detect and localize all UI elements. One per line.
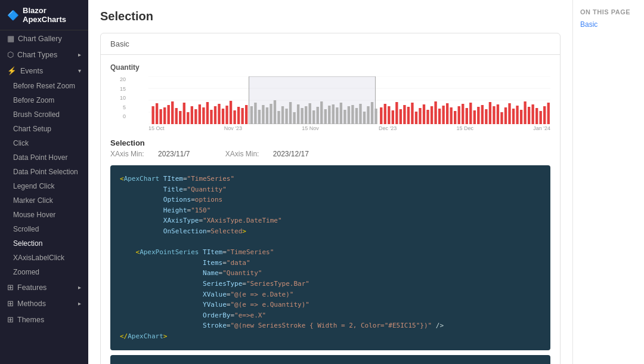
on-this-page-link-basic[interactable]: Basic — [580, 20, 637, 29]
sidebar-sub-before-zoom[interactable]: Before Zoom — [0, 93, 88, 107]
sidebar-item-chart-types[interactable]: ⬡ Chart Types ▸ — [0, 47, 88, 63]
svg-rect-78 — [438, 109, 441, 124]
sidebar-sub-data-point-selection[interactable]: Data Point Selection — [0, 165, 88, 179]
svg-rect-7 — [159, 109, 162, 124]
svg-rect-22 — [218, 104, 220, 124]
on-this-page-title: ON THIS PAGE — [580, 8, 637, 16]
code-line: Stroke="@(new SeriesStroke { Width = 2, … — [120, 320, 541, 331]
svg-rect-36 — [274, 100, 276, 124]
svg-rect-80 — [446, 103, 448, 124]
svg-rect-18 — [202, 107, 205, 124]
svg-rect-53 — [340, 103, 342, 124]
y-label-10: 10 — [110, 95, 126, 101]
svg-rect-82 — [454, 111, 456, 124]
svg-rect-46 — [312, 110, 315, 124]
sidebar-sub-click[interactable]: Click — [0, 136, 88, 150]
chevron-down-icon: ▾ — [78, 67, 81, 74]
svg-rect-52 — [336, 107, 338, 124]
sidebar-sub-brush-scrolled[interactable]: Brush Scrolled — [0, 107, 88, 122]
svg-rect-31 — [254, 103, 256, 124]
svg-rect-104 — [540, 111, 542, 124]
svg-rect-96 — [508, 103, 510, 124]
svg-rect-19 — [206, 102, 209, 124]
svg-rect-75 — [426, 110, 429, 124]
sidebar-sub-before-reset-zoom[interactable]: Before Reset Zoom — [0, 79, 88, 93]
sidebar-sub-zoomed[interactable]: Zoomed — [0, 265, 88, 279]
svg-rect-92 — [493, 106, 495, 124]
svg-rect-63 — [380, 107, 382, 124]
svg-rect-20 — [210, 110, 212, 124]
sidebar-item-themes[interactable]: ⊞ Themes — [0, 311, 88, 328]
svg-rect-44 — [305, 106, 307, 124]
card-header: Basic — [101, 33, 560, 55]
svg-rect-8 — [163, 107, 166, 124]
selection-info: Selection XAxis Min: 2023/11/7 XAxis Min… — [110, 138, 550, 158]
svg-rect-87 — [473, 110, 476, 124]
svg-rect-56 — [351, 105, 354, 124]
svg-rect-25 — [230, 101, 232, 124]
code-line: Title="Quantity" — [120, 184, 541, 195]
sidebar-item-chart-gallery[interactable]: ▦ Chart Gallery — [0, 30, 88, 47]
svg-rect-85 — [466, 108, 468, 124]
svg-rect-12 — [179, 111, 181, 124]
svg-rect-10 — [171, 101, 174, 124]
svg-rect-32 — [258, 110, 261, 124]
sidebar-sub-xaxis-label-click[interactable]: XAxisLabelClick — [0, 251, 88, 265]
code-line: </ApexChart> — [120, 331, 541, 342]
code-line: XValue="@(e => e.Date)" — [120, 289, 541, 300]
x-label-dec23: Dec '23 — [379, 125, 397, 131]
svg-rect-102 — [531, 104, 534, 124]
svg-rect-42 — [297, 104, 299, 124]
svg-rect-49 — [324, 109, 327, 124]
svg-rect-103 — [535, 108, 538, 124]
sidebar-item-methods[interactable]: ⊞ Methods ▸ — [0, 295, 88, 311]
chart-inner: 15 Oct Nov '23 15 Nov Dec '23 15 Dec Jan… — [148, 76, 550, 131]
sidebar-item-events[interactable]: ⚡ Events ▾ — [0, 63, 88, 79]
code-line: SeriesType="SeriesType.Bar" — [120, 279, 541, 289]
svg-rect-28 — [241, 108, 243, 124]
methods-icon: ⊞ — [7, 299, 14, 308]
svg-rect-55 — [348, 106, 350, 124]
svg-rect-34 — [266, 107, 268, 124]
sidebar-sub-data-point-hover[interactable]: Data Point Hover — [0, 150, 88, 165]
xaxis-min-value: 2023/11/7 — [158, 150, 190, 158]
svg-rect-89 — [481, 105, 484, 124]
code-line: OrderBy="e=>e.X" — [120, 310, 541, 321]
svg-rect-29 — [245, 105, 247, 124]
events-icon: ⚡ — [7, 66, 17, 75]
svg-rect-61 — [371, 102, 373, 124]
svg-rect-101 — [528, 107, 530, 124]
sidebar-sub-scrolled[interactable]: Scrolled — [0, 222, 88, 236]
content-area: Selection Basic Quantity 20 15 10 5 0 — [88, 0, 572, 364]
app-icon: 🔷 — [7, 10, 19, 21]
code-line: Options=options — [120, 195, 541, 205]
svg-rect-30 — [250, 106, 253, 124]
code-line: Items="data" — [120, 258, 541, 269]
svg-rect-43 — [301, 108, 303, 124]
svg-rect-27 — [237, 107, 240, 124]
sidebar-sub-marker-click[interactable]: Marker Click — [0, 193, 88, 208]
sidebar-sub-selection[interactable]: Selection — [0, 236, 88, 251]
right-panel: ON THIS PAGE Basic — [572, 0, 644, 364]
sidebar-item-features[interactable]: ⊞ Features ▸ — [0, 279, 88, 295]
sidebar-sub-chart-setup[interactable]: Chart Setup — [0, 122, 88, 136]
svg-rect-39 — [285, 109, 287, 124]
svg-rect-90 — [485, 109, 487, 124]
svg-rect-67 — [395, 102, 398, 124]
y-axis-labels: 20 15 10 5 0 — [110, 76, 128, 119]
svg-rect-26 — [233, 110, 236, 124]
svg-rect-24 — [225, 106, 228, 124]
features-chevron-icon: ▸ — [78, 284, 81, 291]
xaxis-max-label: XAxis Min: — [225, 150, 259, 158]
chart-types-icon: ⬡ — [7, 50, 14, 59]
y-label-20: 20 — [110, 76, 126, 82]
chevron-right-icon: ▸ — [78, 51, 81, 58]
sidebar-sub-legend-click[interactable]: Legend Click — [0, 179, 88, 193]
chart-title: Quantity — [110, 63, 550, 72]
sidebar-sub-mouse-hover[interactable]: Mouse Hover — [0, 208, 88, 222]
code-line: OnSelection=Selected> — [120, 226, 541, 237]
x-label-oct: 15 Oct — [148, 125, 165, 131]
sidebar: 🔷 Blazor ApexCharts ▦ Chart Gallery ⬡ Ch… — [0, 0, 88, 364]
svg-rect-98 — [516, 106, 518, 124]
svg-rect-86 — [469, 103, 472, 124]
